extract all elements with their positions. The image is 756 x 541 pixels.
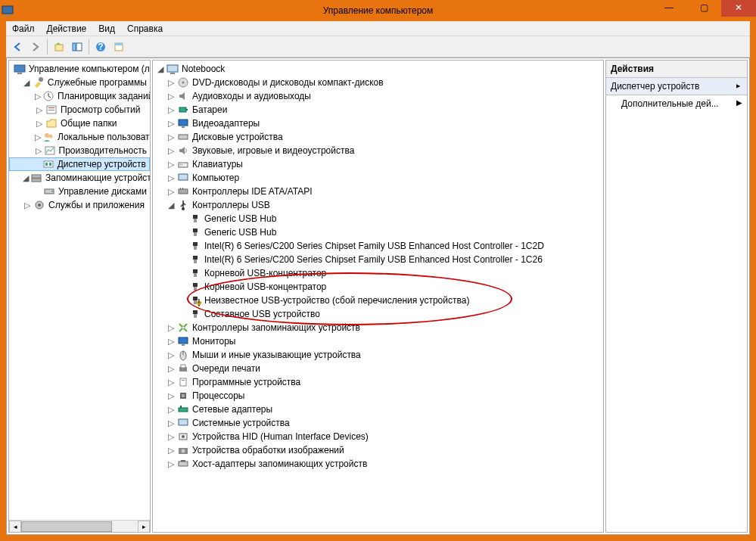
- tree-item-system-tools[interactable]: ◢ Служебные программы: [9, 76, 150, 89]
- device-root[interactable]: ◢ Noteboock: [153, 62, 603, 76]
- tree-item-scheduler[interactable]: ▷ Планировщик заданий: [9, 89, 150, 103]
- tree-label: Контроллеры запоминающих устройств: [191, 322, 360, 333]
- tree-item-storage[interactable]: ◢ Запоминающие устройст: [9, 171, 150, 185]
- scroll-right-button[interactable]: ▸: [138, 521, 150, 533]
- svg-text:!: !: [198, 297, 200, 306]
- up-button[interactable]: [51, 39, 67, 55]
- collapse-icon[interactable]: ◢: [166, 201, 176, 210]
- collapse-icon[interactable]: ◢: [23, 173, 29, 183]
- forward-button[interactable]: [27, 39, 44, 55]
- dvd-icon: [177, 76, 189, 89]
- device-cat-battery[interactable]: ▷Батареи: [153, 103, 603, 117]
- device-cat-host-adapters[interactable]: ▷Хост-адаптеры запоминающих устройств: [153, 457, 603, 471]
- expand-icon[interactable]: ▷: [35, 132, 41, 142]
- device-cat-dvd[interactable]: ▷DVD-дисководы и дисководы компакт-диско…: [153, 76, 603, 89]
- expand-icon[interactable]: ▷: [35, 105, 44, 115]
- tree-label: Устройства HID (Human Interface Devices): [191, 431, 369, 442]
- menu-file[interactable]: Файл: [6, 22, 41, 36]
- device-cat-system[interactable]: ▷Системные устройства: [153, 416, 603, 430]
- menu-help[interactable]: Справка: [121, 22, 169, 36]
- device-cat-hid[interactable]: ▷Устройства HID (Human Interface Devices…: [153, 430, 603, 443]
- expand-icon[interactable]: ▷: [35, 146, 42, 156]
- collapse-icon[interactable]: ◢: [23, 78, 31, 88]
- svg-point-25: [51, 191, 53, 192]
- device-usb-unknown[interactable]: !Неизвестное USB-устройство (сбой перечи…: [153, 294, 603, 307]
- tree-label: Intel(R) 6 Series/C200 Series Chipset Fa…: [203, 254, 543, 265]
- usb-plug-icon: [189, 281, 201, 293]
- tree-label: Корневой USB-концентратор: [203, 281, 326, 292]
- device-usb-controller[interactable]: Intel(R) 6 Series/C200 Series Chipset Fa…: [153, 253, 603, 266]
- properties-button[interactable]: [110, 39, 127, 55]
- show-hide-tree-button[interactable]: [69, 39, 86, 55]
- actions-section[interactable]: Диспетчер устройств ▲: [606, 78, 747, 95]
- svg-rect-32: [179, 107, 186, 112]
- device-usb-root-hub[interactable]: Корневой USB-концентратор: [153, 266, 603, 280]
- device-cat-software[interactable]: ▷Программные устройства: [153, 375, 603, 389]
- tree-item-performance[interactable]: ▷ Производительность: [9, 144, 150, 157]
- device-usb-root-hub[interactable]: Корневой USB-концентратор: [153, 280, 603, 294]
- device-cat-keyboard[interactable]: ▷Клавиатуры: [153, 157, 603, 171]
- collapse-icon[interactable]: ▲: [736, 83, 743, 90]
- actions-more-label: Дополнительные дей...: [621, 98, 719, 109]
- tree-item-services-apps[interactable]: ▷ Службы и приложения: [9, 198, 150, 212]
- scope-tree[interactable]: Управление компьютером (л ◢ Служебные пр…: [9, 61, 150, 213]
- svg-rect-53: [193, 269, 198, 273]
- device-cat-computer[interactable]: ▷Компьютер: [153, 171, 603, 185]
- maximize-button[interactable]: ▢: [686, 0, 721, 17]
- device-cat-print-queues[interactable]: ▷Очереди печати: [153, 362, 603, 375]
- device-usb-hub[interactable]: Generic USB Hub: [153, 225, 603, 239]
- device-cat-monitors[interactable]: ▷Мониторы: [153, 334, 603, 348]
- back-button[interactable]: [9, 39, 26, 55]
- device-cat-usb[interactable]: ◢Контроллеры USB: [153, 198, 603, 212]
- menu-action[interactable]: Действие: [41, 22, 93, 36]
- computer-management-icon: [14, 63, 26, 75]
- device-cat-imaging[interactable]: ▷Устройства обработки изображений: [153, 443, 603, 457]
- device-usb-composite[interactable]: Составное USB устройство: [153, 307, 603, 321]
- svg-rect-21: [49, 163, 51, 166]
- content-area: Управление компьютером (л ◢ Служебные пр…: [6, 58, 750, 535]
- chevron-right-icon: ▶: [736, 98, 742, 109]
- tree-label: Сетевые адаптеры: [191, 404, 272, 415]
- minimize-button[interactable]: —: [652, 0, 686, 17]
- device-cat-disk[interactable]: ▷Дисковые устройства: [153, 130, 603, 144]
- horizontal-scrollbar[interactable]: ◂ ▸: [9, 520, 150, 532]
- tree-label: DVD-дисководы и дисководы компакт-дисков: [191, 77, 384, 88]
- svg-rect-22: [32, 175, 41, 178]
- device-tree-pane: ◢ Noteboock ▷DVD-дисководы и дисководы к…: [152, 60, 604, 533]
- svg-point-79: [182, 449, 185, 453]
- svg-rect-15: [48, 110, 54, 110]
- tree-item-shared-folders[interactable]: ▷ Общие папки: [9, 117, 150, 130]
- users-icon: [42, 131, 54, 143]
- tree-item-disk-management[interactable]: Управление дисками: [9, 185, 150, 198]
- actions-more[interactable]: Дополнительные дей... ▶: [606, 95, 747, 112]
- svg-point-77: [182, 435, 185, 438]
- device-cat-ide[interactable]: ▷Контроллеры IDE ATA/ATAPI: [153, 185, 603, 198]
- scroll-left-button[interactable]: ◂: [9, 521, 21, 533]
- tree-item-local-users[interactable]: ▷ Локальные пользовате: [9, 130, 150, 144]
- monitor-icon: [177, 117, 189, 129]
- close-button[interactable]: ✕: [721, 0, 756, 17]
- device-usb-hub[interactable]: Generic USB Hub: [153, 212, 603, 225]
- device-cat-sound[interactable]: ▷Звуковые, игровые и видеоустройства: [153, 144, 603, 157]
- device-cat-network[interactable]: ▷Сетевые адаптеры: [153, 403, 603, 416]
- expand-icon[interactable]: ▷: [35, 92, 41, 101]
- svg-rect-43: [182, 188, 183, 189]
- device-tree[interactable]: ◢ Noteboock ▷DVD-дисководы и дисководы к…: [153, 61, 603, 472]
- device-cat-audio[interactable]: ▷Аудиовходы и аудиовыходы: [153, 89, 603, 103]
- svg-rect-60: [193, 310, 198, 314]
- device-cat-video[interactable]: ▷Видеоадаптеры: [153, 117, 603, 130]
- help-button[interactable]: ?: [92, 39, 109, 55]
- svg-rect-52: [194, 260, 197, 263]
- device-cat-mice[interactable]: ▷Мыши и иные указывающие устройства: [153, 348, 603, 362]
- tree-item-event-viewer[interactable]: ▷ Просмотр событий: [9, 103, 150, 117]
- device-cat-storage-controllers[interactable]: ▷Контроллеры запоминающих устройств: [153, 321, 603, 334]
- menu-view[interactable]: Вид: [92, 22, 121, 36]
- expand-icon[interactable]: ▷: [35, 119, 44, 129]
- device-usb-controller[interactable]: Intel(R) 6 Series/C200 Series Chipset Fa…: [153, 239, 603, 253]
- scroll-thumb[interactable]: [21, 521, 112, 532]
- tree-item-device-manager[interactable]: Диспетчер устройств: [9, 157, 150, 171]
- tree-item-computer-management[interactable]: Управление компьютером (л: [9, 62, 150, 76]
- expand-icon[interactable]: ▷: [23, 201, 32, 210]
- device-cat-cpu[interactable]: ▷Процессоры: [153, 389, 603, 403]
- collapse-icon[interactable]: ◢: [156, 64, 165, 74]
